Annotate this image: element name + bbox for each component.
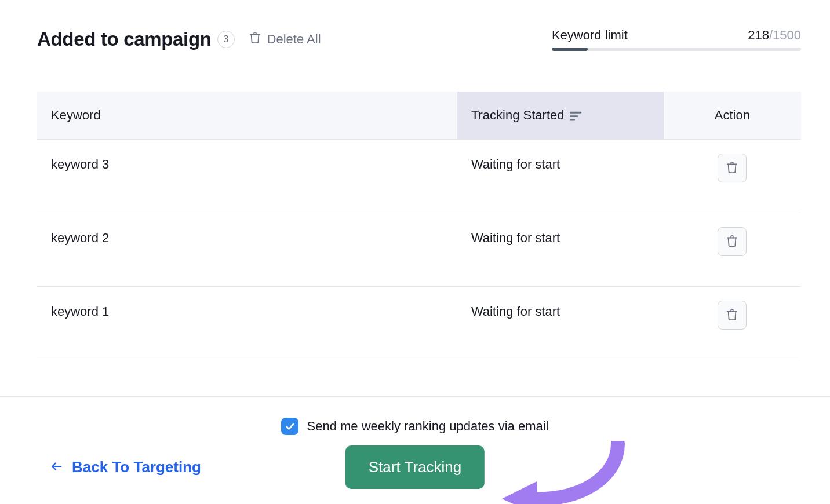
delete-row-button[interactable]: [718, 301, 747, 330]
back-to-targeting-link[interactable]: Back To Targeting: [49, 458, 201, 476]
cell-tracking-started: Waiting for start: [457, 140, 664, 213]
header-row: Added to campaign 3 Delete All Keyword l…: [37, 28, 801, 51]
trash-icon: [726, 235, 738, 249]
campaign-count-badge: 3: [217, 31, 235, 48]
keywords-table: Keyword Tracking Started Action: [37, 92, 801, 360]
column-header-action: Action: [664, 92, 801, 140]
cell-keyword: keyword 2: [37, 213, 457, 287]
delete-all-button[interactable]: Delete All: [247, 29, 322, 50]
svg-rect-1: [570, 115, 578, 117]
keyword-limit-block: Keyword limit 218/1500: [552, 28, 801, 51]
column-header-tracking-started-label: Tracking Started: [471, 108, 565, 123]
cell-action: [664, 140, 801, 213]
table-row: keyword 2Waiting for start: [37, 213, 801, 287]
back-to-targeting-label: Back To Targeting: [72, 458, 201, 476]
keyword-limit-value: 218/1500: [748, 28, 801, 43]
cell-tracking-started: Waiting for start: [457, 213, 664, 287]
table-row: keyword 3Waiting for start: [37, 140, 801, 213]
delete-row-button[interactable]: [718, 154, 747, 182]
cell-action: [664, 213, 801, 287]
trash-icon: [249, 31, 261, 48]
keyword-limit-label: Keyword limit: [552, 28, 628, 43]
arrow-left-icon: [49, 458, 64, 476]
sort-descending-icon: [570, 110, 583, 120]
table-row: keyword 1Waiting for start: [37, 287, 801, 360]
annotation-arrow-icon: [496, 441, 629, 504]
cell-action: [664, 287, 801, 360]
delete-row-button[interactable]: [718, 227, 747, 256]
cell-keyword: keyword 1: [37, 287, 457, 360]
page-title: Added to campaign: [37, 28, 212, 50]
svg-rect-2: [570, 119, 575, 121]
cell-keyword: keyword 3: [37, 140, 457, 213]
column-header-keyword[interactable]: Keyword: [37, 92, 457, 140]
weekly-updates-checkbox-label[interactable]: Send me weekly ranking updates via email: [307, 419, 548, 434]
keyword-limit-bar-fill: [552, 48, 588, 51]
trash-icon: [726, 161, 738, 176]
weekly-updates-checkbox[interactable]: [281, 418, 298, 435]
trash-icon: [726, 308, 738, 323]
start-tracking-button[interactable]: Start Tracking: [345, 445, 485, 489]
cell-tracking-started: Waiting for start: [457, 287, 664, 360]
keyword-limit-bar: [552, 48, 801, 51]
footer-area: Send me weekly ranking updates via email…: [0, 396, 830, 504]
column-header-tracking-started[interactable]: Tracking Started: [457, 92, 664, 140]
delete-all-label: Delete All: [267, 32, 321, 47]
svg-rect-0: [570, 112, 581, 114]
